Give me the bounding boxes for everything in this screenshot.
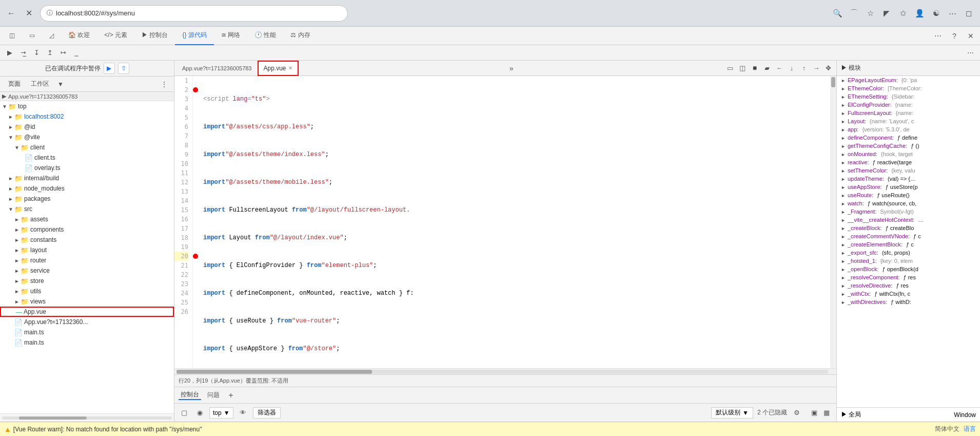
scope-item-withDirectives[interactable]: ► _withDirectives : ƒ withD:	[837, 298, 980, 306]
expand-btn[interactable]: ✥	[823, 63, 834, 74]
scope-item-setThemeColor[interactable]: ► setThemeColor : {key, valu	[837, 166, 980, 175]
scope-item-hoisted1[interactable]: ► _hoisted_1 : {key: 0, elem	[837, 257, 980, 265]
tree-item-internal-build[interactable]: ► 📁 internal/build	[0, 173, 174, 183]
close-navigator-btn[interactable]: ▰	[761, 63, 773, 74]
scope-item-reactive[interactable]: ► reactive : ƒ reactive(targe	[837, 158, 980, 166]
clear-console-btn[interactable]: ▢	[179, 407, 190, 419]
tab-elements2[interactable]: </> 元素	[97, 27, 134, 45]
pause-resume-btn[interactable]: ▶	[4, 47, 15, 59]
profile-btn[interactable]: 👤	[912, 6, 927, 21]
more-tabs-btn[interactable]: »	[505, 62, 518, 74]
scope-item-resolveDirective[interactable]: ► _resolveDirective : ƒ res	[837, 281, 980, 290]
scope-item-Layout[interactable]: ► Layout : {name: 'Layout', c	[837, 117, 980, 125]
language-link[interactable]: 语言	[964, 425, 976, 433]
top-filter[interactable]: top ▼	[209, 407, 233, 419]
nav-forward-btn[interactable]: →	[811, 63, 822, 74]
scope-item-defineComponent[interactable]: ► defineComponent : ƒ define	[837, 134, 980, 142]
tab-network[interactable]: ≅ 网络	[214, 27, 247, 45]
nav-back-editor-btn[interactable]: ←	[774, 63, 785, 74]
filter-input-btn[interactable]: 筛选器	[253, 407, 281, 419]
close-button[interactable]: ✕	[22, 6, 36, 21]
tree-item-overlay-ts[interactable]: 📄 overlay.ts	[0, 163, 174, 173]
scope-item-exportSfc[interactable]: ► _export_sfc : (sfc, props)	[837, 249, 980, 257]
scope-item-viteHot[interactable]: ► __vite__createHotContext : …	[837, 216, 980, 224]
scrollbar-thumb[interactable]	[19, 416, 87, 420]
tree-item-client-ts[interactable]: 📄 client.ts	[0, 153, 174, 163]
tab-duplicate[interactable]: ▭	[22, 27, 42, 45]
tree-item-node-modules[interactable]: ► 📁 node_modules	[0, 183, 174, 194]
eye-btn[interactable]: 👁	[238, 407, 249, 419]
close-browser-btn[interactable]: ◻	[962, 6, 976, 21]
filetree-tab-workspace[interactable]: 工作区	[27, 80, 53, 88]
tree-item-localhost[interactable]: ► 📁 localhost:8002	[0, 111, 174, 122]
scope-item-updateTheme[interactable]: ► updateTheme : (val) => {…	[837, 175, 980, 183]
scope-content[interactable]: ► EPageLayoutEnum : {0: 'pa ► EThemeColo…	[837, 76, 980, 407]
tree-item-main-ts2[interactable]: 📄 main.ts	[0, 337, 174, 348]
tree-item-views[interactable]: ► 📁 views	[0, 296, 174, 307]
address-bar[interactable]: ⓘ localhost:8002/#/sys/menu	[40, 5, 348, 22]
editor-scrollbar-h[interactable]	[174, 368, 836, 374]
console-dock-btn[interactable]: ▣	[809, 407, 820, 419]
step-execution-btn[interactable]: ⇧	[118, 63, 129, 74]
tree-item-store[interactable]: ► 📁 store	[0, 276, 174, 286]
level-select[interactable]: 默认级别 ▼	[711, 407, 753, 419]
bookmark-btn[interactable]: ☆	[863, 6, 877, 21]
deactivate-breakpoints-btn[interactable]: ⎯	[71, 47, 82, 59]
scope-item-createBlock[interactable]: ► _createBlock : ƒ createBlo	[837, 224, 980, 232]
tree-item-components[interactable]: ► 📁 components	[0, 224, 174, 235]
scope-item-withCtx[interactable]: ► _withCtx : ƒ withCtx(fn, c	[837, 290, 980, 298]
nav-down-btn[interactable]: ↓	[786, 63, 797, 74]
scrollbar-v-thumb[interactable]	[831, 77, 835, 87]
console-expand-btn[interactable]: ▦	[821, 407, 832, 419]
close-tab-icon[interactable]: ✕	[288, 65, 292, 71]
tab-sources[interactable]: {} 源代码	[175, 27, 213, 45]
tab-elements[interactable]: 🏠 欢迎	[61, 27, 97, 45]
step-btn[interactable]: ↦	[57, 47, 69, 59]
nav-up-btn[interactable]: ↑	[798, 63, 810, 74]
resume-btn[interactable]: ▶	[104, 63, 115, 74]
add-console-btn[interactable]: +	[226, 390, 236, 401]
tree-item-client[interactable]: ▼ 📁 client	[0, 142, 174, 153]
reader-btn[interactable]: ⌒	[847, 6, 861, 21]
tree-item-layout[interactable]: ► 📁 layout	[0, 245, 174, 255]
scope-item-useRoute[interactable]: ► useRoute : ƒ useRoute()	[837, 191, 980, 199]
filter-console-btn[interactable]: ◉	[194, 407, 205, 419]
tree-item-constants[interactable]: ► 📁 constants	[0, 235, 174, 245]
format-btn[interactable]: ▭	[724, 63, 736, 74]
scrollbar-h-thumb[interactable]	[177, 370, 372, 374]
tree-item-src[interactable]: ▼ 📁 src	[0, 204, 174, 214]
filetree-more-btn[interactable]: ⋮	[159, 79, 170, 90]
scope-item-FullscreenLayout[interactable]: ► FullscreenLayout : {name:	[837, 109, 980, 117]
filetree-dropdown-btn[interactable]: ▼	[55, 79, 66, 89]
scope-item-useAppStore[interactable]: ► useAppStore : ƒ useStore(p	[837, 183, 980, 191]
scope-item-EThemeSetting[interactable]: ► EThemeSetting : {Sidebar:	[837, 92, 980, 101]
tree-item-packages[interactable]: ► 📁 packages	[0, 194, 174, 204]
tree-item-app-vue[interactable]: ⸻ App.vue	[0, 307, 174, 317]
scope-item-getThemeConfigCache[interactable]: ► getThemeConfigCache : ƒ ()	[837, 142, 980, 150]
tree-item-main-ts[interactable]: 📄 main.ts	[0, 327, 174, 337]
tree-item-vite[interactable]: ▼ 📁 @vite	[0, 132, 174, 142]
tree-item-service[interactable]: ► 📁 service	[0, 266, 174, 276]
editor-scrollbar-v[interactable]	[830, 76, 836, 368]
scope-item-createElementBlock[interactable]: ► _createElementBlock : ƒ c	[837, 240, 980, 249]
scope-item-EThemeColor[interactable]: ► EThemeColor : [ThemeColor:	[837, 84, 980, 92]
code-tab-app-vue-ts[interactable]: App.vue?t=1713236005783	[177, 61, 258, 76]
code-editor-area[interactable]: 1 2 3 4 5 6 7 8 9 10 11 12 13 14 15 16 1	[174, 76, 836, 368]
close-devtools-btn[interactable]: ✕	[964, 29, 978, 43]
code-tab-app-vue[interactable]: App.vue ✕	[258, 61, 299, 76]
file-tree-scrollbar[interactable]	[0, 413, 174, 422]
tree-item-app-vue-ts[interactable]: 📄 App.vue?t=17132360...	[0, 317, 174, 327]
console-settings-btn[interactable]: ⚙	[791, 407, 802, 419]
scope-item-onMounted[interactable]: ► onMounted : {hook, target	[837, 150, 980, 158]
step-over-btn[interactable]: →̲	[17, 47, 29, 59]
tree-item-utils[interactable]: ► 📁 utils	[0, 286, 174, 296]
scope-item-watch[interactable]: ► watch : ƒ watch(source, cb,	[837, 199, 980, 207]
help-btn[interactable]: ?	[947, 29, 962, 43]
tree-item-id[interactable]: ► 📁 @id	[0, 122, 174, 132]
more-tabs-btn[interactable]: ⋯	[931, 29, 945, 43]
filetree-tab-pages[interactable]: 页面	[4, 80, 25, 88]
tab-console[interactable]: ▶ 控制台	[134, 27, 175, 45]
more-btn[interactable]: ⋯	[945, 6, 959, 21]
scope-item-createCommentVNode[interactable]: ► _createCommentVNode : ƒ c	[837, 232, 980, 240]
scope-item-openBlock[interactable]: ► _openBlock : ƒ openBlock(d	[837, 265, 980, 273]
